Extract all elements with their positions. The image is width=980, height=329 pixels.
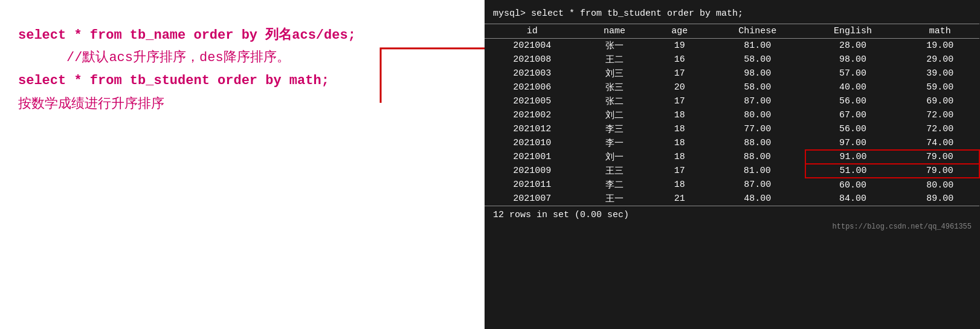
table-row: 2021005张二1787.0056.0069.00 (485, 94, 979, 108)
left-panel: select * from tb_name order by 列名acs/des… (0, 0, 495, 329)
cell-name: 李三 (580, 122, 650, 136)
cell-age: 17 (649, 94, 709, 108)
cell-chinese: 87.00 (710, 94, 805, 108)
cell-english: 60.00 (805, 178, 901, 192)
terminal-footer: 12 rows in set (0.00 sec) (485, 206, 980, 221)
cell-chinese: 81.00 (710, 164, 805, 178)
cell-age: 18 (649, 136, 709, 150)
cell-name: 李二 (580, 178, 650, 192)
cell-chinese: 48.00 (710, 192, 805, 206)
cell-english: 40.00 (805, 80, 901, 94)
col-english: English (805, 24, 901, 39)
cell-math: 80.00 (900, 178, 979, 192)
cell-english: 84.00 (805, 192, 901, 206)
cell-name: 张一 (580, 39, 650, 53)
cell-english: 57.00 (805, 67, 901, 80)
cell-age: 19 (649, 39, 709, 53)
cell-id: 2021011 (485, 178, 580, 192)
cell-age: 17 (649, 67, 709, 80)
cell-id: 2021002 (485, 108, 580, 122)
col-chinese: Chinese (710, 24, 805, 39)
cell-name: 王三 (580, 164, 650, 178)
cell-id: 2021003 (485, 67, 580, 80)
cell-chinese: 88.00 (710, 150, 805, 164)
cell-math: 74.00 (900, 136, 979, 150)
table-row: 2021003刘三1798.0057.0039.00 (485, 67, 979, 80)
cell-id: 2021010 (485, 136, 580, 150)
table-row: 2021009王三1781.0051.0079.00 (485, 164, 979, 178)
desc-text: 按数学成绩进行升序排序 (18, 92, 477, 114)
table-row: 2021010李一1888.0097.0074.00 (485, 136, 979, 150)
cell-math: 69.00 (900, 94, 979, 108)
cell-chinese: 80.00 (710, 108, 805, 122)
cell-age: 18 (649, 122, 709, 136)
terminal-url: https://blog.csdn.net/qq_4961355 (485, 221, 980, 232)
cell-chinese: 88.00 (710, 136, 805, 150)
cell-age: 17 (649, 164, 709, 178)
col-math: math (900, 24, 979, 39)
cell-chinese: 98.00 (710, 67, 805, 80)
cell-name: 王二 (580, 53, 650, 67)
code-comment: //默认acs升序排序，des降序排序。 (18, 47, 477, 69)
cell-english: 67.00 (805, 108, 901, 122)
table-row: 2021001刘一1888.0091.0079.00 (485, 150, 979, 164)
cell-id: 2021006 (485, 80, 580, 94)
code-line-2: select * from tb_student order by math; (18, 70, 477, 92)
cell-math: 79.00 (900, 164, 979, 178)
cell-math: 39.00 (900, 67, 979, 80)
cell-name: 刘二 (580, 108, 650, 122)
cell-name: 王一 (580, 192, 650, 206)
cell-english: 51.00 (805, 164, 901, 178)
table-row: 2021012李三1877.0056.0072.00 (485, 122, 979, 136)
cell-age: 18 (649, 178, 709, 192)
cell-math: 72.00 (900, 108, 979, 122)
cell-math: 72.00 (900, 122, 979, 136)
table-body: 2021004张一1981.0028.0019.002021008王二1658.… (485, 39, 979, 206)
table-row: 2021011李二1887.0060.0080.00 (485, 178, 979, 192)
cell-age: 16 (649, 53, 709, 67)
cell-age: 18 (649, 108, 709, 122)
cell-age: 21 (649, 192, 709, 206)
cell-chinese: 81.00 (710, 39, 805, 53)
cell-chinese: 58.00 (710, 53, 805, 67)
code-line-1: select * from tb_name order by 列名acs/des… (18, 24, 477, 47)
cell-math: 89.00 (900, 192, 979, 206)
cell-math: 79.00 (900, 150, 979, 164)
cell-id: 2021008 (485, 53, 580, 67)
cell-id: 2021007 (485, 192, 580, 206)
terminal-header: mysql> select * from tb_student order by… (485, 6, 980, 24)
cell-english: 56.00 (805, 122, 901, 136)
cell-name: 刘三 (580, 67, 650, 80)
cell-name: 李一 (580, 136, 650, 150)
col-name: name (580, 24, 650, 39)
cell-math: 59.00 (900, 80, 979, 94)
cell-id: 2021009 (485, 164, 580, 178)
cell-english: 28.00 (805, 39, 901, 53)
cell-math: 29.00 (900, 53, 979, 67)
cell-name: 刘一 (580, 150, 650, 164)
table-row: 2021002刘二1880.0067.0072.00 (485, 108, 979, 122)
table-row: 2021008王二1658.0098.0029.00 (485, 53, 979, 67)
cell-id: 2021012 (485, 122, 580, 136)
col-id: id (485, 24, 580, 39)
cell-english: 97.00 (805, 136, 901, 150)
data-table: id name age Chinese English math 2021004… (485, 24, 980, 206)
terminal-panel: mysql> select * from tb_student order by… (485, 0, 980, 329)
cell-age: 18 (649, 150, 709, 164)
cell-age: 20 (649, 80, 709, 94)
cell-chinese: 87.00 (710, 178, 805, 192)
table-row: 2021006张三2058.0040.0059.00 (485, 80, 979, 94)
cell-english: 98.00 (805, 53, 901, 67)
cell-chinese: 77.00 (710, 122, 805, 136)
table-header-row: id name age Chinese English math (485, 24, 979, 39)
table-row: 2021007王一2148.0084.0089.00 (485, 192, 979, 206)
cell-math: 19.00 (900, 39, 979, 53)
cell-english: 56.00 (805, 94, 901, 108)
cell-id: 2021001 (485, 150, 580, 164)
cell-name: 张三 (580, 80, 650, 94)
cell-id: 2021005 (485, 94, 580, 108)
table-row: 2021004张一1981.0028.0019.00 (485, 39, 979, 53)
col-age: age (649, 24, 709, 39)
cell-id: 2021004 (485, 39, 580, 53)
cell-chinese: 58.00 (710, 80, 805, 94)
